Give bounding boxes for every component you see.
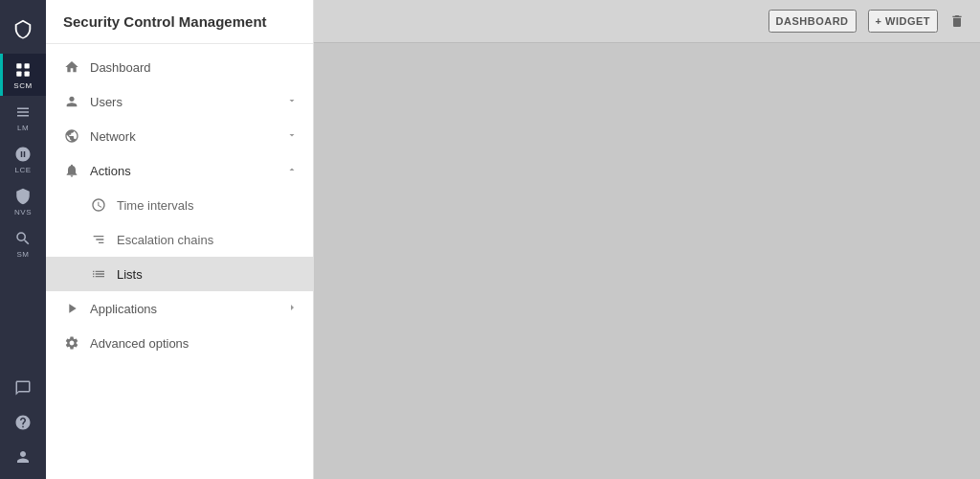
sidebar-item-actions[interactable]: Actions <box>46 153 313 188</box>
rail-item-lce[interactable]: LCE <box>0 138 46 180</box>
sidebar-item-actions-label: Actions <box>90 164 277 178</box>
rail-item-user[interactable] <box>0 441 46 471</box>
rail-item-nvs[interactable]: NVS <box>0 180 46 222</box>
globe-icon <box>63 127 80 145</box>
rail-item-sm[interactable]: SM <box>0 222 46 264</box>
sidebar-item-network-label: Network <box>90 129 277 144</box>
main-header: DASHBOARD + WIDGET <box>314 0 980 43</box>
user-icon <box>63 93 80 110</box>
svg-rect-3 <box>25 72 30 77</box>
rail-item-chat[interactable] <box>0 372 46 402</box>
escalation-icon <box>90 231 107 248</box>
rail-label-lm: LM <box>17 124 29 132</box>
icon-rail: SCM LM LCE NVS SM <box>0 0 46 479</box>
chevron-up-icon <box>286 164 298 178</box>
list-icon <box>90 265 107 283</box>
sidebar-item-escalation-chains-label: Escalation chains <box>117 233 298 247</box>
rail-label-sm: SM <box>17 250 30 259</box>
sidebar-item-advanced-options-label: Advanced options <box>90 336 298 351</box>
sidebar-item-dashboard[interactable]: Dashboard <box>46 50 313 84</box>
main-content: DASHBOARD + WIDGET <box>314 0 980 479</box>
svg-rect-1 <box>25 63 30 68</box>
rail-item-help[interactable] <box>0 406 46 437</box>
add-widget-button[interactable]: + WIDGET <box>868 10 938 33</box>
sidebar-item-users-label: Users <box>90 95 277 109</box>
rail-item-lm[interactable]: LM <box>0 96 46 138</box>
sidebar-item-time-intervals-label: Time intervals <box>117 198 298 213</box>
sidebar-item-lists[interactable]: Lists <box>46 257 313 291</box>
sidebar-item-lists-label: Lists <box>117 267 298 282</box>
sidebar-item-network[interactable]: Network <box>46 119 313 153</box>
sidebar-item-applications-label: Applications <box>90 302 277 316</box>
chevron-down-icon-network <box>286 129 298 144</box>
sidebar-nav: Dashboard Users Network <box>46 44 313 366</box>
app-logo[interactable] <box>0 8 46 50</box>
home-icon <box>63 58 80 76</box>
bell-icon <box>63 162 80 179</box>
rail-top-items: SCM LM LCE NVS SM <box>0 54 46 372</box>
rail-label-scm: SCM <box>13 81 32 90</box>
add-widget-label: + WIDGET <box>876 15 930 27</box>
chevron-right-icon <box>286 302 298 316</box>
svg-rect-0 <box>16 63 21 68</box>
sidebar-item-users[interactable]: Users <box>46 84 313 119</box>
dashboard-button[interactable]: DASHBOARD <box>768 10 857 33</box>
sidebar-item-applications[interactable]: Applications <box>46 291 313 326</box>
sidebar-item-escalation-chains[interactable]: Escalation chains <box>46 222 313 257</box>
svg-rect-2 <box>16 72 21 77</box>
rail-item-scm[interactable]: SCM <box>0 54 46 96</box>
sidebar-item-dashboard-label: Dashboard <box>90 60 298 75</box>
sidebar-item-advanced-options[interactable]: Advanced options <box>46 326 313 360</box>
sidebar: Security Control Management Dashboard Us… <box>46 0 314 479</box>
rail-bottom-items <box>0 372 46 479</box>
gear-icon <box>63 334 80 352</box>
delete-button[interactable] <box>949 13 965 29</box>
main-body <box>314 43 980 479</box>
sidebar-item-time-intervals[interactable]: Time intervals <box>46 188 313 222</box>
rail-label-lce: LCE <box>14 166 31 174</box>
clock-icon <box>90 196 107 214</box>
play-icon <box>63 300 80 317</box>
sidebar-title: Security Control Management <box>46 0 313 44</box>
rail-label-nvs: NVS <box>14 208 32 217</box>
chevron-down-icon <box>286 95 298 109</box>
